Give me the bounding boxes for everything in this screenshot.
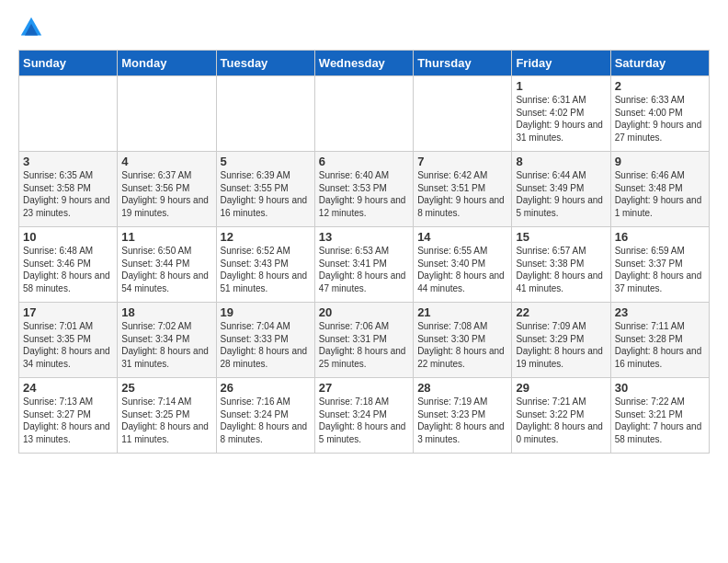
logo xyxy=(18,15,48,40)
day-header-thursday: Thursday xyxy=(414,51,512,76)
day-number: 9 xyxy=(615,155,705,168)
calendar-cell: 8Sunrise: 6:44 AMSunset: 3:49 PMDaylight… xyxy=(512,152,610,227)
day-info: Sunrise: 6:50 AMSunset: 3:44 PMDaylight:… xyxy=(121,245,211,294)
day-info: Sunrise: 7:08 AMSunset: 3:30 PMDaylight:… xyxy=(417,320,507,370)
calendar-cell: 4Sunrise: 6:37 AMSunset: 3:56 PMDaylight… xyxy=(118,152,216,227)
day-info: Sunrise: 6:35 AMSunset: 3:58 PMDaylight:… xyxy=(23,169,113,219)
day-info: Sunrise: 7:13 AMSunset: 3:27 PMDaylight:… xyxy=(23,396,113,445)
day-number: 21 xyxy=(417,305,507,319)
calendar-cell: 6Sunrise: 6:40 AMSunset: 3:53 PMDaylight… xyxy=(314,152,413,227)
day-info: Sunrise: 7:01 AMSunset: 3:35 PMDaylight:… xyxy=(23,320,113,370)
calendar-row-2: 10Sunrise: 6:48 AMSunset: 3:46 PMDayligh… xyxy=(19,227,710,303)
day-number: 15 xyxy=(516,230,606,244)
calendar: SundayMondayTuesdayWednesdayThursdayFrid… xyxy=(18,50,710,454)
day-info: Sunrise: 6:57 AMSunset: 3:38 PMDaylight:… xyxy=(516,245,606,294)
day-info: Sunrise: 6:37 AMSunset: 3:56 PMDaylight:… xyxy=(121,169,211,219)
day-number: 6 xyxy=(319,155,409,168)
day-info: Sunrise: 7:04 AMSunset: 3:33 PMDaylight:… xyxy=(221,320,311,370)
calendar-cell: 9Sunrise: 6:46 AMSunset: 3:48 PMDaylight… xyxy=(610,152,709,227)
calendar-cell: 12Sunrise: 6:52 AMSunset: 3:43 PMDayligh… xyxy=(216,227,314,303)
calendar-cell: 28Sunrise: 7:19 AMSunset: 3:23 PMDayligh… xyxy=(414,378,512,454)
day-header-friday: Friday xyxy=(512,51,610,76)
day-number: 12 xyxy=(221,230,311,244)
calendar-cell: 29Sunrise: 7:21 AMSunset: 3:22 PMDayligh… xyxy=(512,378,610,454)
day-number: 24 xyxy=(23,381,113,395)
calendar-row-0: 1Sunrise: 6:31 AMSunset: 4:02 PMDaylight… xyxy=(19,76,710,152)
day-number: 18 xyxy=(121,305,211,319)
calendar-cell: 14Sunrise: 6:55 AMSunset: 3:40 PMDayligh… xyxy=(414,227,512,303)
day-info: Sunrise: 7:19 AMSunset: 3:23 PMDaylight:… xyxy=(417,396,507,445)
day-info: Sunrise: 6:52 AMSunset: 3:43 PMDaylight:… xyxy=(221,245,311,294)
day-info: Sunrise: 7:11 AMSunset: 3:28 PMDaylight:… xyxy=(615,320,705,370)
day-number: 27 xyxy=(319,381,409,395)
calendar-header-row: SundayMondayTuesdayWednesdayThursdayFrid… xyxy=(19,51,710,76)
day-info: Sunrise: 6:31 AMSunset: 4:02 PMDaylight:… xyxy=(516,94,606,144)
day-number: 3 xyxy=(23,155,113,168)
calendar-cell: 16Sunrise: 6:59 AMSunset: 3:37 PMDayligh… xyxy=(610,227,709,303)
day-number: 22 xyxy=(516,305,606,319)
calendar-cell: 2Sunrise: 6:33 AMSunset: 4:00 PMDaylight… xyxy=(610,76,709,152)
day-info: Sunrise: 6:39 AMSunset: 3:55 PMDaylight:… xyxy=(221,169,311,219)
day-number: 16 xyxy=(615,230,705,244)
day-number: 26 xyxy=(221,381,311,395)
day-info: Sunrise: 6:46 AMSunset: 3:48 PMDaylight:… xyxy=(615,169,705,219)
day-info: Sunrise: 6:44 AMSunset: 3:49 PMDaylight:… xyxy=(516,169,606,219)
day-info: Sunrise: 6:33 AMSunset: 4:00 PMDaylight:… xyxy=(615,94,705,144)
day-info: Sunrise: 6:42 AMSunset: 3:51 PMDaylight:… xyxy=(417,169,507,219)
day-header-monday: Monday xyxy=(118,51,216,76)
day-number: 4 xyxy=(121,155,211,168)
calendar-cell: 20Sunrise: 7:06 AMSunset: 3:31 PMDayligh… xyxy=(314,303,413,378)
page: SundayMondayTuesdayWednesdayThursdayFrid… xyxy=(0,0,728,463)
calendar-row-4: 24Sunrise: 7:13 AMSunset: 3:27 PMDayligh… xyxy=(19,378,710,454)
calendar-row-3: 17Sunrise: 7:01 AMSunset: 3:35 PMDayligh… xyxy=(19,303,710,378)
calendar-cell: 19Sunrise: 7:04 AMSunset: 3:33 PMDayligh… xyxy=(216,303,314,378)
calendar-cell: 26Sunrise: 7:16 AMSunset: 3:24 PMDayligh… xyxy=(216,378,314,454)
calendar-cell: 30Sunrise: 7:22 AMSunset: 3:21 PMDayligh… xyxy=(610,378,709,454)
day-info: Sunrise: 7:06 AMSunset: 3:31 PMDaylight:… xyxy=(319,320,409,370)
calendar-cell: 18Sunrise: 7:02 AMSunset: 3:34 PMDayligh… xyxy=(118,303,216,378)
calendar-row-1: 3Sunrise: 6:35 AMSunset: 3:58 PMDaylight… xyxy=(19,152,710,227)
calendar-cell: 24Sunrise: 7:13 AMSunset: 3:27 PMDayligh… xyxy=(19,378,118,454)
day-number: 2 xyxy=(615,79,705,93)
day-info: Sunrise: 6:55 AMSunset: 3:40 PMDaylight:… xyxy=(417,245,507,294)
calendar-cell: 27Sunrise: 7:18 AMSunset: 3:24 PMDayligh… xyxy=(314,378,413,454)
day-header-saturday: Saturday xyxy=(610,51,709,76)
calendar-cell: 5Sunrise: 6:39 AMSunset: 3:55 PMDaylight… xyxy=(216,152,314,227)
day-info: Sunrise: 7:16 AMSunset: 3:24 PMDaylight:… xyxy=(221,396,311,445)
day-number: 19 xyxy=(221,305,311,319)
day-number: 17 xyxy=(23,305,113,319)
day-info: Sunrise: 6:53 AMSunset: 3:41 PMDaylight:… xyxy=(319,245,409,294)
calendar-cell xyxy=(118,76,216,152)
day-info: Sunrise: 6:48 AMSunset: 3:46 PMDaylight:… xyxy=(23,245,113,294)
calendar-cell: 22Sunrise: 7:09 AMSunset: 3:29 PMDayligh… xyxy=(512,303,610,378)
calendar-cell: 1Sunrise: 6:31 AMSunset: 4:02 PMDaylight… xyxy=(512,76,610,152)
calendar-cell: 3Sunrise: 6:35 AMSunset: 3:58 PMDaylight… xyxy=(19,152,118,227)
day-number: 11 xyxy=(121,230,211,244)
calendar-cell: 21Sunrise: 7:08 AMSunset: 3:30 PMDayligh… xyxy=(414,303,512,378)
day-info: Sunrise: 7:09 AMSunset: 3:29 PMDaylight:… xyxy=(516,320,606,370)
day-info: Sunrise: 6:59 AMSunset: 3:37 PMDaylight:… xyxy=(615,245,705,294)
day-info: Sunrise: 7:14 AMSunset: 3:25 PMDaylight:… xyxy=(121,396,211,445)
calendar-cell: 15Sunrise: 6:57 AMSunset: 3:38 PMDayligh… xyxy=(512,227,610,303)
calendar-cell xyxy=(216,76,314,152)
calendar-cell: 23Sunrise: 7:11 AMSunset: 3:28 PMDayligh… xyxy=(610,303,709,378)
day-number: 30 xyxy=(615,381,705,395)
calendar-cell: 25Sunrise: 7:14 AMSunset: 3:25 PMDayligh… xyxy=(118,378,216,454)
day-info: Sunrise: 6:40 AMSunset: 3:53 PMDaylight:… xyxy=(319,169,409,219)
day-number: 20 xyxy=(319,305,409,319)
day-info: Sunrise: 7:02 AMSunset: 3:34 PMDaylight:… xyxy=(121,320,211,370)
day-number: 8 xyxy=(516,155,606,168)
day-header-sunday: Sunday xyxy=(19,51,118,76)
day-number: 14 xyxy=(417,230,507,244)
day-number: 23 xyxy=(615,305,705,319)
day-info: Sunrise: 7:18 AMSunset: 3:24 PMDaylight:… xyxy=(319,396,409,445)
calendar-cell: 11Sunrise: 6:50 AMSunset: 3:44 PMDayligh… xyxy=(118,227,216,303)
calendar-cell xyxy=(414,76,512,152)
calendar-cell: 17Sunrise: 7:01 AMSunset: 3:35 PMDayligh… xyxy=(19,303,118,378)
day-number: 29 xyxy=(516,381,606,395)
logo-icon xyxy=(18,15,44,40)
day-header-wednesday: Wednesday xyxy=(314,51,413,76)
day-number: 10 xyxy=(23,230,113,244)
day-info: Sunrise: 7:21 AMSunset: 3:22 PMDaylight:… xyxy=(516,396,606,445)
day-number: 5 xyxy=(221,155,311,168)
